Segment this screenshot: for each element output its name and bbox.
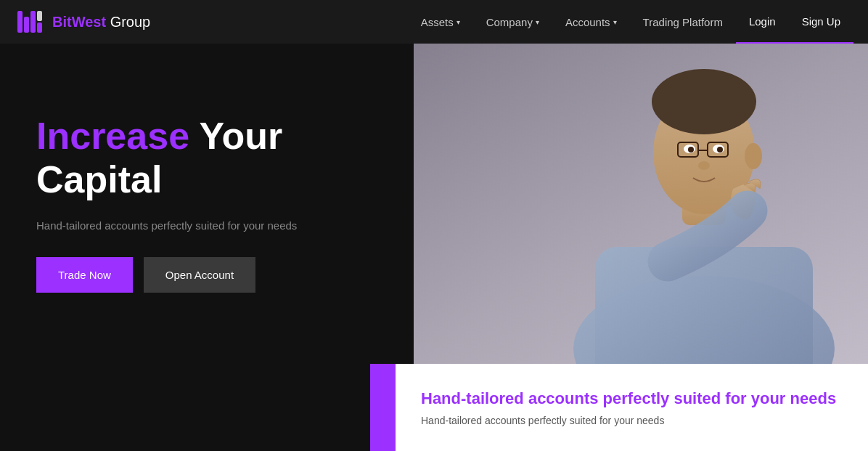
open-account-button[interactable]: Open Account (144, 257, 255, 293)
nav-links: Assets ▾ Company ▾ Accounts ▾ Trading Pl… (408, 0, 853, 44)
svg-point-12 (745, 143, 762, 169)
nav-company[interactable]: Company ▾ (473, 0, 552, 44)
svg-point-20 (698, 161, 710, 170)
svg-rect-2 (24, 17, 29, 33)
lower-section: Hand-tailored accounts perfectly suited … (0, 364, 868, 451)
svg-rect-4 (37, 11, 42, 21)
navbar: BitWest Group Assets ▾ Company ▾ Account… (0, 0, 868, 44)
lower-left (0, 364, 370, 451)
nav-signup[interactable]: Sign Up (789, 0, 853, 44)
nav-login[interactable]: Login (736, 0, 789, 44)
company-arrow-icon: ▾ (536, 18, 539, 26)
hero-subtitle: Hand-tailored accounts perfectly suited … (36, 219, 377, 232)
hero-right (414, 44, 868, 364)
accounts-arrow-icon: ▾ (613, 18, 617, 26)
hero-image (414, 44, 868, 364)
lower-accent-bar (370, 364, 396, 451)
svg-rect-5 (37, 23, 42, 33)
hero-left: Increase Your Capital Hand-tailored acco… (0, 44, 414, 364)
nav-trading-platform[interactable]: Trading Platform (630, 0, 736, 44)
hero-title: Increase Your Capital (36, 115, 377, 202)
hero-section: Increase Your Capital Hand-tailored acco… (0, 44, 868, 364)
svg-rect-3 (30, 11, 36, 33)
svg-point-15 (688, 147, 694, 153)
logo-text: BitWest Group (52, 14, 150, 31)
svg-point-11 (652, 69, 756, 134)
hero-buttons: Trade Now Open Account (36, 257, 377, 293)
hero-figure-svg (414, 44, 868, 364)
nav-assets[interactable]: Assets ▾ (408, 0, 473, 44)
trade-now-button[interactable]: Trade Now (36, 257, 133, 293)
logo-icon (15, 7, 45, 37)
assets-arrow-icon: ▾ (456, 18, 460, 26)
nav-accounts[interactable]: Accounts ▾ (552, 0, 630, 44)
lower-body: Hand-tailored accounts perfectly suited … (421, 415, 843, 426)
lower-heading: Hand-tailored accounts perfectly suited … (421, 389, 843, 410)
lower-right: Hand-tailored accounts perfectly suited … (396, 364, 868, 451)
logo-area: BitWest Group (15, 7, 150, 37)
svg-point-16 (717, 147, 723, 153)
svg-rect-1 (17, 11, 22, 33)
